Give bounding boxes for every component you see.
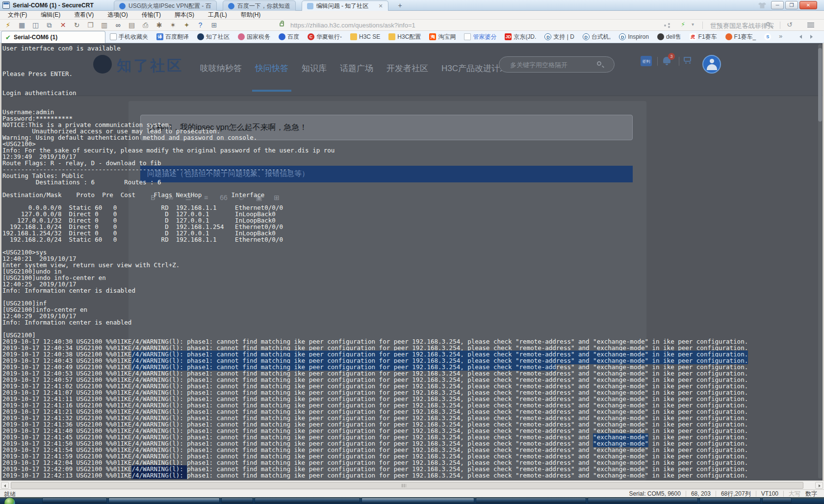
quick-connect-icon[interactable]: ⚡ (3, 20, 13, 30)
bookmark-item[interactable]: 管家婆分 (464, 33, 496, 41)
keygen-icon[interactable]: ✦ (181, 20, 192, 30)
new-tab-button[interactable]: + (394, 0, 406, 10)
browser-tab-0[interactable]: USG防火墙IPSec VPN配置 - 百 (114, 0, 217, 11)
session-options-icon[interactable]: ✱ (154, 20, 164, 30)
bookmark-item[interactable]: S测速网 - (764, 33, 773, 41)
taskbar-button-4[interactable] (361, 498, 474, 504)
skin-icon[interactable] (758, 2, 766, 8)
bookmark-item[interactable]: DInspiron (619, 33, 649, 40)
bookmark-item[interactable]: 译百度翻译 (156, 33, 189, 41)
bookmark-item[interactable]: 手机收藏夹 (110, 33, 148, 41)
bookmark-item[interactable]: 虎F1赛车 (690, 33, 717, 41)
copy-icon[interactable]: ❐ (85, 20, 96, 30)
bookmark-icon (110, 33, 117, 40)
bookmark-item[interactable]: H3C配置 (388, 33, 421, 41)
menu-item[interactable]: 工具(L) (208, 11, 227, 19)
print-preview-icon[interactable]: ▤ (127, 20, 137, 30)
bookmark-item[interactable]: C华夏银行- (308, 33, 342, 41)
menu-item[interactable]: 帮助(H) (241, 11, 261, 19)
grid-icon[interactable]: ⊞ (209, 20, 219, 30)
bookmarks-list: 手机收藏夹译百度翻译知了社区国家税务百度C华夏银行-H3C SEH3C配置淘淘宝… (110, 31, 773, 43)
scroll-left-arrow[interactable] (1, 482, 9, 489)
bookmarks-overflow-icon[interactable]: » (779, 32, 782, 40)
window-title: Serial-COM6 (1) - SecureCRT (13, 2, 94, 9)
toolbar-row: ⚡▦◫⧉✕↻❐▥∞▤⎙✱✶✦?⊞ https://zhiliao.h3c.com… (0, 20, 824, 31)
find-icon[interactable]: ∞ (113, 20, 123, 30)
tab-close-icon[interactable]: ✕ (378, 3, 383, 9)
session-tab[interactable]: ✔ Serial-COM6 (1) (1, 31, 105, 43)
bookmark-item[interactable]: 国家税务 (238, 33, 270, 41)
bookmark-icon: D (544, 33, 551, 40)
browser-menu-icon[interactable] (807, 23, 814, 28)
share-icon[interactable] (664, 23, 670, 28)
search-icon[interactable] (766, 22, 770, 26)
bookmark-item[interactable]: 百度 (279, 33, 299, 41)
bookmark-item[interactable]: 知了社区 (197, 33, 230, 41)
terminal-area[interactable]: 知了社区 吱吱纳秒答快问快答知识库话题广场开发者社区H3C产品改进计划 多关键字… (0, 43, 824, 480)
bookmark-icon: 淘 (429, 33, 436, 40)
restore-button[interactable]: ❐ (785, 1, 798, 9)
securecrt-app-icon (2, 1, 10, 9)
bookmark-item[interactable]: H3C SE (350, 33, 380, 40)
bookmark-item[interactable]: D台式机, (583, 33, 611, 41)
terminal-line: Info: Information center is enabled (2, 319, 748, 326)
undo-icon[interactable]: ↺ (787, 21, 793, 28)
taskbar-button-8[interactable] (762, 498, 792, 504)
connect-in-tab-icon[interactable]: ◫ (30, 20, 41, 30)
help-icon[interactable]: ? (195, 20, 206, 30)
menu-item[interactable]: 选项(O) (107, 11, 128, 19)
menu-item[interactable]: 查看(V) (74, 11, 94, 19)
chevron-down-icon[interactable]: ▾ (692, 22, 694, 27)
terminal-line: User interface con0 is available (2, 45, 748, 51)
connect-icon[interactable]: ▦ (17, 20, 27, 30)
num-indicator: 数字 (805, 490, 817, 498)
terminal-line: Warning: Using default authentication me… (2, 134, 748, 141)
bookmark-label: 百度 (287, 33, 299, 41)
reconnect-icon[interactable]: ↻ (72, 20, 82, 30)
bookmark-item[interactable]: JD京东(JD. (505, 33, 536, 41)
bookmark-item[interactable]: F1赛车_ (725, 33, 756, 41)
start-button[interactable] (4, 497, 16, 504)
browser-search-box[interactable]: 世预赛国足客战菲律宾 (710, 22, 774, 30)
scrollbar-thumb[interactable] (11, 482, 803, 489)
menu-item[interactable]: 文件(F) (8, 11, 27, 19)
horizontal-scrollbar[interactable] (0, 480, 824, 489)
terminal-line (2, 326, 748, 332)
title-bar: Serial-COM6 (1) - SecureCRT USG防火墙IPSec … (0, 0, 824, 11)
taskbar-button-6[interactable] (588, 498, 698, 504)
paste-icon[interactable]: ▥ (99, 20, 109, 30)
wizard-icon[interactable]: ✶ (168, 20, 178, 30)
terminal-line (2, 77, 748, 83)
minimize-button[interactable]: ─ (771, 1, 784, 9)
bookmark-label: 百度翻译 (165, 33, 189, 41)
bookmark-item[interactable]: D支持 | D (544, 33, 574, 41)
scrollbar-grip (402, 484, 406, 487)
bookmark-item[interactable]: dell售 (657, 33, 681, 41)
terminal-line: [USG2100]undo info-center en (2, 275, 748, 281)
menu-item[interactable]: 脚本(S) (175, 11, 194, 19)
scroll-right-icon[interactable] (810, 35, 813, 39)
close-button[interactable]: ✕ (799, 1, 817, 9)
flash-icon[interactable]: ⚡ (681, 21, 685, 28)
browser-tab-1[interactable]: 百度一下，你就知道 (223, 0, 296, 11)
taskbar-button-1[interactable] (108, 498, 220, 504)
bookmark-label: 知了社区 (206, 33, 230, 41)
bookmark-item[interactable]: 淘淘宝网 (429, 33, 456, 41)
scroll-right-arrow[interactable] (815, 482, 823, 489)
taskbar-button-5[interactable] (476, 498, 586, 504)
menu-item[interactable]: 编辑(E) (41, 11, 60, 19)
taskbar-button-3[interactable] (255, 498, 360, 504)
taskbar-button-0[interactable] (42, 498, 107, 504)
browser-tab-2[interactable]: 编辑问题 - 知了社区✕ (302, 0, 388, 11)
disconnect-icon[interactable]: ✕ (58, 20, 68, 30)
bookmark-icon: 虎 (690, 33, 696, 40)
page-scrollbar[interactable] (818, 44, 822, 479)
taskbar-button-2[interactable] (221, 498, 253, 504)
terminal-line: [USG2100]info-center en (2, 306, 748, 313)
print-icon[interactable]: ⎙ (140, 20, 151, 30)
address-bar[interactable]: https://zhiliao.h3c.com/questions/ask?in… (290, 22, 415, 29)
scroll-left-icon[interactable] (799, 35, 802, 39)
clone-session-icon[interactable]: ⧉ (44, 20, 54, 30)
menu-item[interactable]: 传输(T) (142, 11, 161, 19)
taskbar-button-7[interactable] (699, 498, 761, 504)
